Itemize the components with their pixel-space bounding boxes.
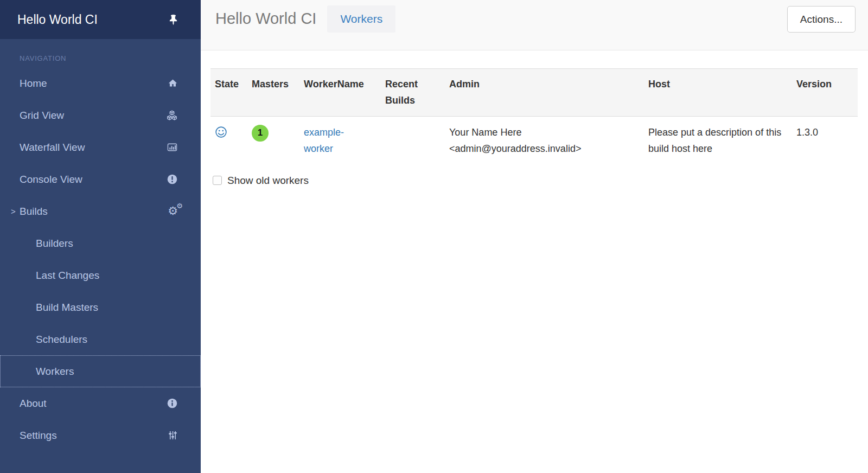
worker-version-cell: 1.3.0 xyxy=(792,117,858,165)
exclamation-circle-icon xyxy=(167,174,178,185)
info-circle-icon xyxy=(167,398,178,409)
sidebar-item-about[interactable]: About xyxy=(0,387,201,419)
main-area: Hello World CI Workers Actions... State … xyxy=(201,0,868,473)
workers-table: State Masters WorkerName Recent Builds A… xyxy=(210,68,858,165)
page-title: Hello World CI xyxy=(215,10,316,28)
worker-recent-builds-cell xyxy=(381,117,445,165)
sliders-icon xyxy=(168,430,178,441)
sidebar-item-builders[interactable]: Builders xyxy=(0,227,201,259)
sidebar: Hello World CI NAVIGATION Home Grid View… xyxy=(0,0,201,473)
topbar: Hello World CI Workers Actions... xyxy=(201,0,868,50)
breadcrumb-workers[interactable]: Workers xyxy=(327,5,395,33)
masters-count-badge: 1 xyxy=(252,125,269,142)
worker-admin-cell: Your Name Here <admin@youraddress.invali… xyxy=(445,117,644,165)
sidebar-item-label: Settings xyxy=(20,430,57,442)
sidebar-item-workers[interactable]: Workers xyxy=(0,355,201,387)
sidebar-app-title: Hello World CI xyxy=(17,12,98,27)
worker-masters-cell: 1 xyxy=(247,117,299,165)
sidebar-item-builds[interactable]: > Builds ⚙⚙ xyxy=(0,195,201,227)
col-header-version: Version xyxy=(792,69,858,117)
sidebar-item-label: Console View xyxy=(20,174,82,186)
table-header-row: State Masters WorkerName Recent Builds A… xyxy=(210,69,858,117)
sidebar-item-label: Builders xyxy=(36,238,73,250)
cubes-icon xyxy=(166,110,178,122)
content: State Masters WorkerName Recent Builds A… xyxy=(201,50,868,187)
sidebar-item-label: About xyxy=(20,398,47,410)
col-header-recent-builds: Recent Builds xyxy=(381,69,445,117)
sidebar-header: Hello World CI xyxy=(0,0,201,39)
chevron-right-icon: > xyxy=(11,207,16,216)
sidebar-item-label: Grid View xyxy=(20,110,64,122)
smiley-icon xyxy=(215,126,227,138)
show-old-workers-control[interactable]: Show old workers xyxy=(213,175,858,187)
sidebar-item-schedulers[interactable]: Schedulers xyxy=(0,323,201,355)
sidebar-item-settings[interactable]: Settings xyxy=(0,419,201,451)
worker-host-cell: Please put a description of this build h… xyxy=(644,117,792,165)
actions-button[interactable]: Actions... xyxy=(787,6,856,33)
show-old-workers-label: Show old workers xyxy=(227,175,309,187)
col-header-masters: Masters xyxy=(247,69,299,117)
sidebar-item-grid-view[interactable]: Grid View xyxy=(0,99,201,131)
col-header-workername: WorkerName xyxy=(299,69,381,117)
sidebar-item-label: Last Changes xyxy=(36,270,99,282)
col-header-admin: Admin xyxy=(445,69,644,117)
cogs-icon: ⚙⚙ xyxy=(168,206,178,217)
sidebar-item-console-view[interactable]: Console View xyxy=(0,163,201,195)
worker-state-cell xyxy=(210,117,247,165)
sidebar-item-label: Builds xyxy=(20,206,48,218)
worker-name-cell: example-worker xyxy=(299,117,381,165)
sidebar-item-home[interactable]: Home xyxy=(0,67,201,99)
table-row: 1 example-worker Your Name Here <admin@y… xyxy=(210,117,858,165)
show-old-workers-checkbox[interactable] xyxy=(213,176,222,185)
bar-chart-icon xyxy=(167,142,178,153)
sidebar-item-waterfall-view[interactable]: Waterfall View xyxy=(0,131,201,163)
sidebar-item-build-masters[interactable]: Build Masters xyxy=(0,291,201,323)
sidebar-item-label: Build Masters xyxy=(36,302,98,314)
nav-section-label: NAVIGATION xyxy=(0,39,201,67)
sidebar-item-label: Workers xyxy=(36,366,74,378)
sidebar-item-label: Schedulers xyxy=(36,334,87,346)
col-header-host: Host xyxy=(644,69,792,117)
home-icon xyxy=(168,78,178,88)
sidebar-item-last-changes[interactable]: Last Changes xyxy=(0,259,201,291)
pin-icon[interactable] xyxy=(168,14,179,25)
sidebar-item-label: Home xyxy=(20,78,47,90)
sidebar-item-label: Waterfall View xyxy=(20,142,85,154)
worker-name-link[interactable]: example-worker xyxy=(304,125,368,157)
col-header-state: State xyxy=(210,69,247,117)
